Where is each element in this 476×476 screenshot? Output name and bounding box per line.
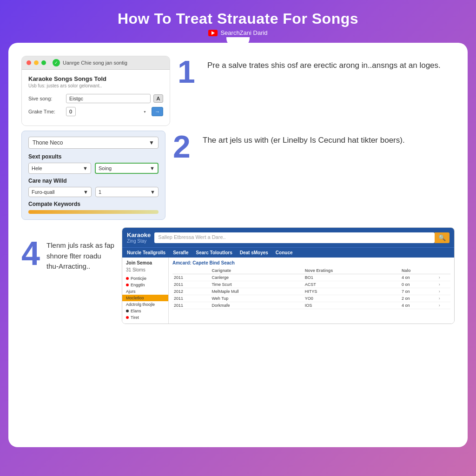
screen-title: Karaoke Songs Songs Told	[28, 75, 163, 82]
sidebar-item-6[interactable]: Tiret	[126, 314, 165, 321]
karaoke-logo: Karaoke Zing Stay	[127, 231, 151, 244]
nav-item-4[interactable]: Conuce	[276, 250, 293, 255]
step4-desc-block: 4 Tlenm juls rask as fap shnore flter ro…	[21, 227, 114, 272]
step2-select1a[interactable]: Hele▼	[28, 163, 91, 174]
nav-item-1[interactable]: Serafle	[173, 250, 188, 255]
field2-btn[interactable]: →	[152, 107, 163, 116]
field2-select[interactable]: 0	[66, 107, 76, 116]
col-name: Carignate	[210, 267, 303, 274]
karaoke-main-results: Amcard: Capete Bind Seach Carignate Nove…	[169, 258, 454, 324]
table-row: 2011 Dorkmafe IOS 4 on ›	[172, 302, 450, 309]
karaoke-search-input[interactable]: Sallep Etbressa Wert a Dare..	[154, 232, 435, 243]
sidebar-section-title: Join Semoa	[126, 260, 165, 265]
karaoke-screenshot: Karaoke Zing Stay Sallep Etbressa Wert a…	[122, 227, 455, 324]
field2-label: Grake Tme:	[28, 109, 63, 114]
step4-text: Tlenm juls rask as fap shnore flter road…	[46, 237, 114, 272]
window-minimize-dot[interactable]	[34, 60, 39, 65]
page-title: How To Treat Strauate For Songs	[0, 0, 476, 29]
sidebar-item-4[interactable]: Adctrolg thoojle	[126, 301, 165, 308]
step2-section1-title: Sext poxults	[28, 153, 159, 160]
field1-btn[interactable]: A	[153, 94, 163, 103]
step1-screenshot: ✓ Uanrge Chie song jan sontig Karaoke So…	[21, 56, 170, 126]
table-row: 2011 Weh Tup YO0 2 on ›	[172, 295, 450, 302]
sidebar-count: 31 Sloms	[126, 267, 165, 272]
step4-number: 4	[21, 237, 40, 270]
nav-item-3[interactable]: Deat sMoyes	[240, 250, 268, 255]
step2-section3-title: Compate Keywords	[28, 201, 159, 207]
sidebar-item-3[interactable]: Mocletloo	[122, 295, 168, 301]
titlebar-text: Uanrge Chie song jan sontig	[63, 60, 127, 66]
nav-item-0[interactable]: Nurcle Teallgrolls	[127, 250, 165, 255]
sidebar-item-1[interactable]: Enggtln	[126, 282, 165, 288]
field1-label: Sive song:	[28, 96, 63, 101]
window-maximize-dot[interactable]	[41, 60, 46, 65]
results-table: Carignate Nove Eratings Nalo 2011 Canler…	[172, 267, 450, 309]
sidebar-item-2[interactable]: Ajurs	[126, 288, 165, 295]
sidebar-item-5[interactable]: Elans	[126, 308, 165, 314]
search-result-label: Amcard: Capete Bind Seach	[172, 260, 450, 265]
step1-text: Pre a salve trates shis osf are erectic …	[207, 56, 441, 72]
col-arrow	[437, 267, 450, 274]
step2-desc-block: 2 The art jels us with (er Linelby Is Ce…	[173, 131, 455, 162]
step2-select2b[interactable]: 1▼	[95, 187, 159, 197]
step2-section2-title: Care nay Willd	[28, 178, 159, 184]
step2-text: The art jels us with (er Linelby Is Cecu…	[203, 131, 405, 146]
table-row: 2011 Canlerge BO1 4 on ›	[172, 274, 450, 281]
sidebar-item-0[interactable]: Ponticjie	[126, 275, 165, 282]
window-close-dot[interactable]	[26, 60, 31, 65]
table-row: 2012 MelMaple Mull HITYS 7 on ›	[172, 288, 450, 295]
col-rating: Nove Eratings	[304, 267, 400, 274]
keywords-bar	[28, 210, 159, 214]
page-subtitle: SearchZani Darid	[220, 29, 267, 36]
nav-item-2[interactable]: Searc Toloutlors	[196, 250, 232, 255]
step2-screenshot: Thone Neco ▼ Sext poxults Hele▼ Soing▼ C…	[21, 131, 165, 220]
main-card: ✓ Uanrge Chie song jan sontig Karaoke So…	[8, 43, 468, 447]
col-count: Nalo	[400, 267, 437, 274]
table-row: 2011 Time Scurt ACST 0 on ›	[172, 281, 450, 288]
col-year	[172, 267, 210, 274]
step1-number: 1	[178, 56, 201, 87]
youtube-icon	[208, 30, 218, 36]
step2-select1b[interactable]: Soing▼	[95, 163, 159, 174]
titlebar-check-icon: ✓	[53, 59, 60, 66]
step2-number: 2	[173, 131, 196, 162]
step1-desc-block: 1 Pre a salve trates shis osf are erecti…	[178, 56, 455, 87]
step2-top-select[interactable]: Thone Neco ▼	[28, 137, 159, 149]
field1-input[interactable]	[66, 94, 151, 103]
step2-select2a[interactable]: Furo-quall▼	[28, 187, 92, 197]
karaoke-sidebar: Join Semoa 31 Sloms Ponticjie Enggtln Aj…	[122, 258, 169, 324]
screen-subtitle: Usb fus: justes ars solor gelorwant..	[28, 83, 163, 88]
karaoke-search-button[interactable]: 🔍	[435, 232, 450, 243]
